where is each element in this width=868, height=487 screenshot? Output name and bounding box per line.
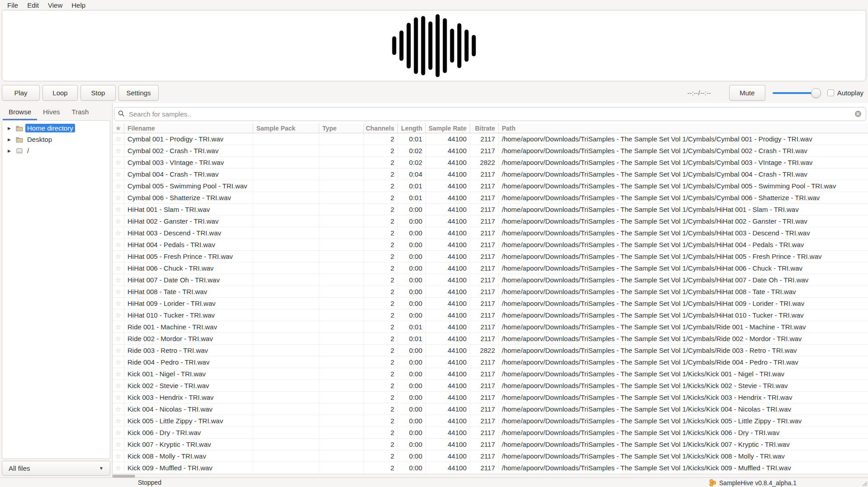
- stop-button[interactable]: Stop: [80, 85, 116, 101]
- table-row[interactable]: ☆ HiHat 009 - Lorider - TRI.wav 2 0:00 4…: [113, 298, 868, 309]
- tree-item-desktop[interactable]: ▶ Desktop: [2, 134, 110, 145]
- favorite-star-icon[interactable]: ☆: [113, 251, 124, 262]
- column-header-sample-pack[interactable]: Sample Pack: [253, 123, 319, 133]
- horizontal-scrollbar[interactable]: [113, 474, 868, 478]
- favorite-star-icon[interactable]: ☆: [113, 192, 124, 204]
- table-row[interactable]: ☆ Ride 001 - Machine - TRI.wav 2 0:01 44…: [113, 321, 868, 333]
- favorite-star-icon[interactable]: ☆: [113, 286, 124, 298]
- autoplay-checkbox[interactable]: [827, 89, 834, 96]
- cell-type: [319, 439, 364, 450]
- column-header-filename[interactable]: Filename: [124, 123, 253, 133]
- cell-length: 0:00: [398, 450, 426, 462]
- column-header-channels[interactable]: Channels: [364, 123, 398, 133]
- clear-search-icon[interactable]: [854, 110, 862, 117]
- favorite-star-icon[interactable]: ☆: [113, 274, 124, 286]
- favorite-star-icon[interactable]: ☆: [113, 403, 124, 415]
- table-row[interactable]: ☆ HiHat 008 - Tate - TRI.wav 2 0:00 4410…: [113, 286, 868, 298]
- table-row[interactable]: ☆ Cymbal 005 - Swimming Pool - TRI.wav 2…: [113, 180, 868, 192]
- favorite-column-header[interactable]: ★: [113, 123, 124, 133]
- table-row[interactable]: ☆ Kick 009 - Muffled - TRI.wav 2 0:00 44…: [113, 462, 868, 474]
- table-row[interactable]: ☆ HiHat 006 - Chuck - TRI.wav 2 0:00 441…: [113, 262, 868, 274]
- expander-icon[interactable]: ▶: [8, 149, 15, 153]
- expander-icon[interactable]: ▶: [8, 126, 15, 131]
- favorite-star-icon[interactable]: ☆: [113, 356, 124, 368]
- table-row[interactable]: ☆ Kick 005 - Little Zippy - TRI.wav 2 0:…: [113, 415, 868, 427]
- favorite-star-icon[interactable]: ☆: [113, 462, 124, 474]
- volume-slider[interactable]: [773, 88, 821, 98]
- table-row[interactable]: ☆ Kick 006 - Dry - TRI.wav 2 0:00 44100 …: [113, 427, 868, 439]
- favorite-star-icon[interactable]: ☆: [113, 204, 124, 215]
- favorite-star-icon[interactable]: ☆: [113, 262, 124, 274]
- table-row[interactable]: ☆ Kick 007 - Kryptic - TRI.wav 2 0:00 44…: [113, 439, 868, 450]
- favorite-star-icon[interactable]: ☆: [113, 427, 124, 439]
- tab-hives[interactable]: Hives: [37, 105, 66, 120]
- favorite-star-icon[interactable]: ☆: [113, 450, 124, 462]
- table-row[interactable]: ☆ HiHat 002 - Ganster - TRI.wav 2 0:00 4…: [113, 215, 868, 227]
- favorite-star-icon[interactable]: ☆: [113, 368, 124, 380]
- table-row[interactable]: ☆ Ride 002 - Mordor - TRI.wav 2 0:01 441…: [113, 333, 868, 345]
- favorite-star-icon[interactable]: ☆: [113, 180, 124, 192]
- table-row[interactable]: ☆ Cymbal 004 - Crash - TRI.wav 2 0:04 44…: [113, 169, 868, 180]
- tab-trash[interactable]: Trash: [66, 105, 95, 120]
- table-row[interactable]: ☆ Kick 008 - Molly - TRI.wav 2 0:00 4410…: [113, 450, 868, 462]
- table-row[interactable]: ☆ Kick 003 - Hendrix - TRI.wav 2 0:00 44…: [113, 392, 868, 403]
- menu-file[interactable]: File: [3, 1, 23, 9]
- table-row[interactable]: ☆ Kick 002 - Stevie - TRI.wav 2 0:00 441…: [113, 380, 868, 392]
- file-filter-dropdown[interactable]: All files ▼: [2, 461, 110, 476]
- cell-channels: 2: [364, 274, 398, 286]
- favorite-star-icon[interactable]: ☆: [113, 298, 124, 309]
- play-button[interactable]: Play: [2, 85, 40, 101]
- favorite-star-icon[interactable]: ☆: [113, 380, 124, 392]
- favorite-star-icon[interactable]: ☆: [113, 345, 124, 356]
- favorite-star-icon[interactable]: ☆: [113, 415, 124, 427]
- table-row[interactable]: ☆ Cymbal 001 - Prodigy - TRI.wav 2 0:01 …: [113, 133, 868, 145]
- table-row[interactable]: ☆ HiHat 001 - Slam - TRI.wav 2 0:00 4410…: [113, 204, 868, 215]
- menu-view[interactable]: View: [43, 1, 67, 9]
- column-header-bitrate[interactable]: Bitrate: [470, 123, 499, 133]
- favorite-star-icon[interactable]: ☆: [113, 309, 124, 321]
- table-row[interactable]: ☆ HiHat 010 - Tucker - TRI.wav 2 0:00 44…: [113, 309, 868, 321]
- cell-sample-pack: [253, 192, 319, 204]
- table-row[interactable]: ☆ HiHat 005 - Fresh Prince - TRI.wav 2 0…: [113, 251, 868, 262]
- favorite-star-icon[interactable]: ☆: [113, 133, 124, 145]
- column-header-sample-rate[interactable]: Sample Rate: [426, 123, 470, 133]
- table-row[interactable]: ☆ Cymbal 003 - VIntage - TRI.wav 2 0:02 …: [113, 157, 868, 169]
- favorite-star-icon[interactable]: ☆: [113, 215, 124, 227]
- tree-item-root[interactable]: ▶ /: [2, 145, 110, 156]
- mute-button[interactable]: Mute: [729, 85, 765, 101]
- table-row[interactable]: ☆ Cymbal 006 - Shatterize - TRI.wav 2 0:…: [113, 192, 868, 204]
- table-row[interactable]: ☆ HiHat 007 - Date Oh - TRI.wav 2 0:00 4…: [113, 274, 868, 286]
- table-row[interactable]: ☆ Cymbal 002 - Crash - TRI.wav 2 0:02 44…: [113, 145, 868, 157]
- tree-item-home[interactable]: ▶ Home directory: [2, 122, 110, 134]
- resize-grip-icon[interactable]: [861, 480, 868, 487]
- settings-button[interactable]: Settings: [118, 85, 159, 101]
- tab-browse[interactable]: Browse: [3, 105, 37, 120]
- column-header-length[interactable]: Length: [398, 123, 426, 133]
- table-row[interactable]: ☆ Kick 004 - Nicolas - TRI.wav 2 0:00 44…: [113, 403, 868, 415]
- column-header-path[interactable]: Path: [499, 123, 868, 133]
- favorite-star-icon[interactable]: ☆: [113, 392, 124, 403]
- favorite-star-icon[interactable]: ☆: [113, 157, 124, 169]
- favorite-star-icon[interactable]: ☆: [113, 239, 124, 251]
- table-row[interactable]: ☆ Ride 004 - Pedro - TRI.wav 2 0:00 4410…: [113, 356, 868, 368]
- favorite-star-icon[interactable]: ☆: [113, 145, 124, 157]
- favorite-star-icon[interactable]: ☆: [113, 439, 124, 450]
- column-header-type[interactable]: Type: [319, 123, 364, 133]
- table-row[interactable]: ☆ Kick 001 - Nigel - TRI.wav 2 0:00 4410…: [113, 368, 868, 380]
- search-input[interactable]: [114, 107, 866, 121]
- table-row[interactable]: ☆ HiHat 004 - Pedals - TRI.wav 2 0:00 44…: [113, 239, 868, 251]
- menu-help[interactable]: Help: [67, 1, 90, 9]
- favorite-star-icon[interactable]: ☆: [113, 321, 124, 333]
- favorite-star-icon[interactable]: ☆: [113, 227, 124, 239]
- cell-length: 0:00: [398, 439, 426, 450]
- table-row[interactable]: ☆ Ride 003 - Retro - TRI.wav 2 0:00 4410…: [113, 345, 868, 356]
- table-row[interactable]: ☆ HiHat 003 - Descend - TRI.wav 2 0:00 4…: [113, 227, 868, 239]
- cell-channels: 2: [364, 321, 398, 333]
- favorite-star-icon[interactable]: ☆: [113, 333, 124, 345]
- expander-icon[interactable]: ▶: [8, 137, 15, 142]
- favorite-star-icon[interactable]: ☆: [113, 169, 124, 180]
- menu-edit[interactable]: Edit: [23, 1, 43, 9]
- cell-filename: Kick 005 - Little Zippy - TRI.wav: [124, 415, 253, 427]
- loop-button[interactable]: Loop: [42, 85, 78, 101]
- volume-slider-handle[interactable]: [811, 88, 821, 98]
